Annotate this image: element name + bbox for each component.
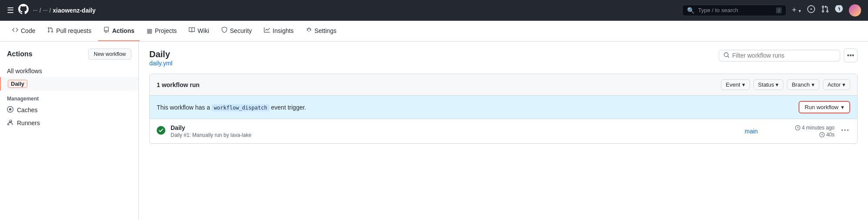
actor-filter-button[interactable]: Actor ▾: [823, 79, 850, 90]
pr-icon: [47, 27, 53, 34]
repo-tabs: Code Pull requests Actions ▦ Projects Wi…: [0, 21, 868, 42]
breadcrumb-user[interactable]: ···: [33, 7, 38, 13]
breadcrumb-repo[interactable]: xiaowenz-daily: [53, 7, 95, 14]
dispatch-text: This workflow has a workflow_dispatch ev…: [157, 104, 306, 111]
caches-icon: [7, 106, 13, 114]
main-layout: Actions New workflow All workflows Daily…: [0, 42, 868, 220]
tab-security[interactable]: Security: [216, 21, 257, 41]
content-area: Daily daily.yml ••• 1 workflow run: [139, 42, 868, 220]
tab-settings[interactable]: Settings: [301, 21, 342, 41]
sidebar-runners-label: Runners: [17, 120, 40, 126]
run-info: Daily Daily #1: Manually run by lava-lak…: [171, 124, 729, 138]
run-workflow-chevron-icon: ▾: [841, 104, 844, 110]
hamburger-menu-icon[interactable]: ☰: [7, 6, 14, 15]
tab-wiki[interactable]: Wiki: [184, 21, 214, 41]
tab-code[interactable]: Code: [7, 21, 40, 41]
filter-search-icon: [723, 52, 730, 59]
runs-count: 1 workflow run: [157, 81, 200, 88]
plus-chevron-icon: ▾: [799, 8, 801, 13]
sidebar-item-runners[interactable]: Runners: [0, 116, 138, 129]
sidebar-workflow-name: Daily: [8, 80, 27, 88]
search-bar[interactable]: 🔍 Type / to search /: [682, 5, 786, 16]
run-name[interactable]: Daily: [171, 124, 729, 131]
tab-pull-requests[interactable]: Pull requests: [42, 21, 96, 41]
status-filter-button[interactable]: Status ▾: [753, 79, 784, 90]
plus-icon: +: [792, 6, 796, 14]
tab-security-label: Security: [230, 27, 252, 34]
run-duration: 40s: [819, 132, 835, 138]
content-header: Daily daily.yml •••: [149, 49, 858, 67]
sidebar: Actions New workflow All workflows Daily…: [0, 42, 139, 220]
tab-insights-label: Insights: [273, 27, 293, 34]
dispatch-code: workflow_dispatch: [212, 104, 270, 111]
tab-insights[interactable]: Insights: [259, 21, 299, 41]
tab-actions[interactable]: Actions: [98, 21, 139, 41]
run-workflow-label: Run workflow: [805, 104, 838, 110]
settings-icon: [306, 27, 312, 34]
run-time-label: 4 minutes ago: [802, 125, 835, 131]
workflow-info: Daily daily.yml: [149, 49, 172, 67]
actor-chevron-icon: ▾: [842, 81, 845, 88]
tab-projects[interactable]: ▦ Projects: [141, 21, 182, 41]
inbox-icon[interactable]: [835, 5, 843, 15]
runners-icon: [7, 119, 13, 127]
sidebar-management-title: Management: [0, 91, 138, 104]
search-placeholder: Type / to search: [698, 7, 738, 13]
run-more-options-button[interactable]: [840, 125, 850, 138]
run-branch[interactable]: main: [734, 128, 769, 135]
new-workflow-button[interactable]: New workflow: [88, 49, 132, 60]
breadcrumb-org[interactable]: ···: [43, 7, 48, 13]
filter-input[interactable]: [732, 52, 835, 59]
projects-icon: ▦: [147, 27, 152, 34]
actor-filter-label: Actor: [828, 81, 841, 88]
workflow-file-link[interactable]: daily.yml: [149, 60, 172, 67]
create-new-icon[interactable]: + ▾: [792, 6, 801, 15]
branch-filter-label: Branch: [792, 81, 809, 88]
tab-wiki-label: Wiki: [197, 27, 209, 34]
runs-table: 1 workflow run Event ▾ Status ▾ Branch ▾: [149, 74, 858, 144]
status-chevron-icon: ▾: [776, 81, 779, 88]
insights-icon: [264, 27, 270, 34]
event-filter-label: Event: [726, 81, 740, 88]
run-workflow-button[interactable]: Run workflow ▾: [799, 101, 850, 113]
security-icon: [221, 27, 227, 34]
filter-workflow-runs[interactable]: [719, 50, 840, 61]
more-options-icon: •••: [847, 52, 855, 59]
dispatch-notice: This workflow has a workflow_dispatch ev…: [150, 96, 857, 119]
tab-code-label: Code: [21, 27, 35, 34]
actions-tab-icon: [103, 27, 109, 34]
issues-icon[interactable]: [807, 5, 815, 15]
tab-projects-label: Projects: [155, 27, 177, 34]
breadcrumb: ··· / ··· / xiaowenz-daily: [33, 7, 95, 14]
status-filter-label: Status: [758, 81, 774, 88]
user-avatar[interactable]: [849, 4, 861, 16]
event-filter-button[interactable]: Event ▾: [721, 79, 750, 90]
tab-pull-requests-label: Pull requests: [56, 27, 91, 34]
run-meta: 4 minutes ago 40s: [774, 125, 835, 138]
run-time: 4 minutes ago: [795, 125, 835, 131]
search-shortcut: /: [776, 7, 782, 13]
runs-filters: Event ▾ Status ▾ Branch ▾ Actor ▾: [721, 79, 850, 90]
run-duration-label: 40s: [826, 132, 835, 138]
tab-actions-label: Actions: [112, 27, 134, 34]
sidebar-header: Actions New workflow: [0, 49, 138, 65]
branch-chevron-icon: ▾: [812, 81, 815, 88]
pull-requests-nav-icon[interactable]: [821, 5, 829, 15]
run-row: Daily Daily #1: Manually run by lava-lak…: [150, 119, 857, 143]
tab-settings-label: Settings: [315, 27, 337, 34]
event-chevron-icon: ▾: [742, 81, 745, 88]
content-actions: •••: [719, 49, 858, 62]
sidebar-item-daily[interactable]: Daily: [0, 77, 138, 91]
more-options-button[interactable]: •••: [844, 49, 858, 62]
sidebar-title: Actions: [7, 50, 33, 58]
sidebar-item-all-workflows[interactable]: All workflows: [0, 65, 138, 77]
sidebar-item-caches[interactable]: Caches: [0, 104, 138, 116]
sidebar-caches-label: Caches: [17, 107, 37, 113]
run-subtitle: Daily #1: Manually run by lava-lake: [171, 132, 729, 138]
wiki-icon: [189, 27, 195, 34]
branch-filter-button[interactable]: Branch ▾: [787, 79, 819, 90]
github-logo: [18, 4, 29, 17]
code-icon: [12, 27, 18, 34]
runs-table-header: 1 workflow run Event ▾ Status ▾ Branch ▾: [150, 74, 857, 96]
workflow-title: Daily: [149, 49, 172, 60]
